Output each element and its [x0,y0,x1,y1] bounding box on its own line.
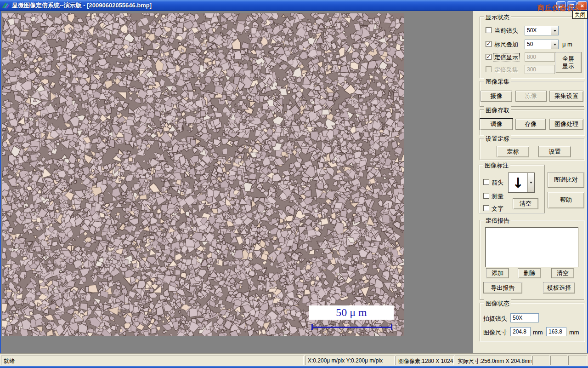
unit-height-mm: mm [569,329,579,336]
scale-bar-label-box: 50 μ m [309,305,394,320]
status-actual-size: 实际尺寸:256.0mm X 204.8mm [455,356,531,365]
field-fixed-capture-value: 300 [525,65,555,74]
load-image-button[interactable]: 调像 [480,118,513,130]
label-image-size: 图像尺寸 [483,328,507,337]
client-area: 50 μ m [0,11,473,353]
window-title: 显微图像定倍系统--演示版 - [20090602055646.bmp] [12,1,152,10]
label-fixed-capture: 定倍采集 [494,66,518,74]
group-image-status-title: 图像状态 [484,299,511,308]
fullscreen-button-line2: 显示 [562,63,574,70]
label-text: 文字 [492,205,503,213]
status-bar: 就绪 X:0.200μ m/pix Y:0.200μ m/pix 图像像素:12… [0,353,588,366]
title-bar: 显微图像定倍系统--演示版 - [20090602055646.bmp] [0,0,588,11]
status-empty-1 [532,356,549,365]
scale-bar-text: 50 μ m [336,306,367,319]
dropdown-ruler-value[interactable]: 50 [525,40,559,49]
status-ready: 就绪 [1,356,304,365]
dropdown-arrow-icon[interactable] [527,173,534,192]
field-fixed-display-value: 800 [525,52,555,62]
group-report-title: 定倍报告 [484,217,511,225]
scale-bar-tick-right [391,324,392,330]
label-arrow: 箭头 [492,178,503,187]
field-capture-lens[interactable]: 50X [510,313,539,322]
save-image-button[interactable]: 存像 [515,119,546,130]
image-process-button[interactable]: 图像处理 [549,119,583,130]
field-image-width[interactable]: 204.8 [510,327,531,336]
status-empty-2 [550,356,567,365]
arrow-style-dropdown[interactable]: ↓ [508,172,535,193]
group-annotation-title: 图像标注 [483,161,510,170]
capture-shoot-button[interactable]: 摄像 [481,91,512,102]
capture-freeze-button: 冻像 [515,91,547,102]
fullscreen-button-line1: 全屏 [562,55,574,63]
chevron-down-icon [554,44,556,46]
report-template-button[interactable]: 模板选择 [543,282,575,293]
label-fixed-display: 定倍显示 [493,53,520,62]
dropdown-current-lens-value: 50X [525,26,551,35]
ruler-unit-label: μ m [562,41,572,48]
dropdown-arrow-icon[interactable] [551,40,558,49]
chevron-down-icon [554,30,556,32]
status-image-pixels: 图像像素:1280 X 1024 [396,356,454,365]
minimize-button[interactable] [556,1,566,10]
label-ruler-overlay: 标尺叠加 [494,40,518,49]
scale-bar-rule [311,327,392,328]
close-icon: × [581,2,584,9]
checkbox-arrow[interactable] [483,179,489,185]
report-delete-button[interactable]: 删除 [518,268,541,278]
unit-width-mm: mm [533,329,543,336]
group-image-capture-title: 图像采集 [484,78,511,86]
report-clear-button[interactable]: 清空 [551,268,574,278]
minimize-icon [559,6,563,8]
checkbox-text[interactable] [483,205,489,211]
help-button[interactable]: 帮助 [548,192,584,208]
status-empty-3 [568,356,587,365]
control-panel: 显示状态 当前镜头 50X 标尺叠加 50 μ m 定倍显示 800 定倍采集 … [473,11,588,353]
chevron-down-icon [530,182,532,184]
window-bottom-border [0,366,588,368]
checkbox-fixed-capture [486,66,492,72]
dropdown-current-lens[interactable]: 50X [525,26,559,35]
checkbox-current-lens[interactable] [486,27,492,33]
group-calibration-title: 设置定标 [484,135,511,143]
capture-settings-button[interactable]: 采集设置 [549,91,583,102]
checkbox-measure[interactable] [483,193,489,199]
atlas-compare-button[interactable]: 图谱比对 [548,172,584,188]
checkbox-ruler-overlay[interactable] [486,41,492,47]
fullscreen-button[interactable]: 全屏 显示 [555,52,582,73]
scale-bar-line [311,324,392,330]
report-add-button[interactable]: 添加 [486,268,509,278]
image-viewport[interactable]: 50 μ m [2,13,404,336]
annotation-clear-button[interactable]: 清空 [513,198,538,209]
calibrate-button[interactable]: 定标 [497,146,529,157]
close-tooltip: 关闭 [572,11,588,19]
arrow-style-glyph: ↓ [509,173,527,192]
label-measure: 测量 [492,192,503,201]
micrograph-image[interactable] [2,13,404,336]
dropdown-arrow-icon[interactable] [551,26,558,35]
report-listbox[interactable] [485,227,578,267]
report-export-button[interactable]: 导出报告 [483,282,522,293]
dropdown-ruler-value-text: 50 [525,40,551,49]
calibration-settings-button[interactable]: 设置 [538,146,571,157]
label-current-lens: 当前镜头 [494,27,518,35]
status-pixel-scale: X:0.200μ m/pix Y:0.200μ m/pix [305,356,395,365]
app-icon [2,2,10,9]
label-capture-lens: 拍摄镜头 [483,315,507,323]
close-button[interactable]: × [577,1,587,10]
checkbox-fixed-display[interactable] [486,54,492,60]
restore-button[interactable] [567,1,577,10]
group-display-status-title: 显示状态 [484,13,511,22]
group-image-storage-title: 图像存取 [484,106,511,115]
field-image-height[interactable]: 163.8 [546,327,566,336]
restore-icon [570,4,574,8]
